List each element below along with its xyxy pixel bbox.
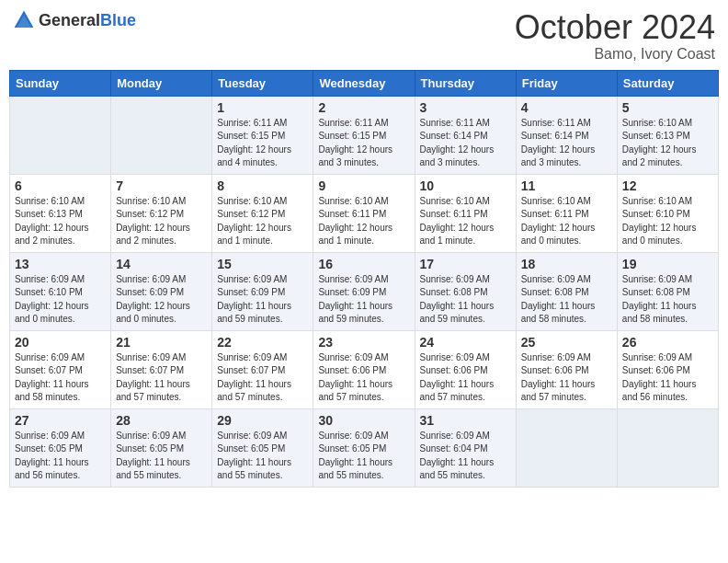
calendar-day-cell: 17Sunrise: 6:09 AM Sunset: 6:08 PM Dayli… bbox=[415, 252, 516, 330]
calendar-day-cell: 8Sunrise: 6:10 AM Sunset: 6:12 PM Daylig… bbox=[212, 174, 313, 252]
day-info: Sunrise: 6:09 AM Sunset: 6:06 PM Dayligh… bbox=[420, 351, 511, 405]
day-number: 15 bbox=[217, 257, 308, 271]
day-info: Sunrise: 6:09 AM Sunset: 6:06 PM Dayligh… bbox=[622, 351, 713, 405]
calendar-day-cell: 3Sunrise: 6:11 AM Sunset: 6:14 PM Daylig… bbox=[415, 96, 516, 174]
day-info: Sunrise: 6:09 AM Sunset: 6:08 PM Dayligh… bbox=[521, 273, 612, 327]
calendar-day-cell: 21Sunrise: 6:09 AM Sunset: 6:07 PM Dayli… bbox=[111, 330, 212, 408]
day-number: 31 bbox=[420, 413, 511, 428]
day-info: Sunrise: 6:11 AM Sunset: 6:15 PM Dayligh… bbox=[217, 117, 308, 170]
calendar-week-row: 27Sunrise: 6:09 AM Sunset: 6:05 PM Dayli… bbox=[10, 408, 719, 487]
calendar-day-cell: 14Sunrise: 6:09 AM Sunset: 6:09 PM Dayli… bbox=[111, 252, 212, 330]
calendar-day-cell: 12Sunrise: 6:10 AM Sunset: 6:10 PM Dayli… bbox=[617, 174, 718, 252]
day-number: 7 bbox=[116, 178, 207, 193]
logo-blue: Blue bbox=[100, 11, 136, 29]
calendar-day-cell: 1Sunrise: 6:11 AM Sunset: 6:15 PM Daylig… bbox=[212, 96, 313, 174]
day-info: Sunrise: 6:09 AM Sunset: 6:08 PM Dayligh… bbox=[420, 273, 511, 327]
day-number: 13 bbox=[15, 257, 106, 271]
calendar-day-cell: 18Sunrise: 6:09 AM Sunset: 6:08 PM Dayli… bbox=[516, 252, 617, 330]
day-info: Sunrise: 6:09 AM Sunset: 6:06 PM Dayligh… bbox=[521, 351, 612, 405]
calendar-table: SundayMondayTuesdayWednesdayThursdayFrid… bbox=[9, 70, 719, 488]
weekday-header-thursday: Thursday bbox=[415, 70, 516, 96]
day-info: Sunrise: 6:11 AM Sunset: 6:14 PM Dayligh… bbox=[420, 117, 511, 170]
day-number: 27 bbox=[15, 413, 106, 428]
calendar-day-cell: 5Sunrise: 6:10 AM Sunset: 6:13 PM Daylig… bbox=[617, 96, 718, 174]
calendar-day-cell bbox=[10, 96, 111, 174]
calendar-day-cell: 25Sunrise: 6:09 AM Sunset: 6:06 PM Dayli… bbox=[516, 330, 617, 408]
calendar-day-cell bbox=[111, 96, 212, 174]
calendar-day-cell bbox=[516, 408, 617, 487]
day-number: 11 bbox=[521, 178, 612, 193]
logo-general: General bbox=[39, 11, 100, 29]
day-number: 1 bbox=[217, 100, 308, 115]
calendar-week-row: 1Sunrise: 6:11 AM Sunset: 6:15 PM Daylig… bbox=[10, 96, 719, 174]
weekday-header-saturday: Saturday bbox=[617, 70, 718, 96]
month-title: October 2024 bbox=[515, 9, 715, 46]
day-info: Sunrise: 6:09 AM Sunset: 6:08 PM Dayligh… bbox=[622, 273, 713, 327]
weekday-header-friday: Friday bbox=[516, 70, 617, 96]
calendar-day-cell: 2Sunrise: 6:11 AM Sunset: 6:15 PM Daylig… bbox=[313, 96, 415, 174]
day-number: 10 bbox=[420, 178, 511, 193]
page-header: GeneralBlue October 2024 Bamo, Ivory Coa… bbox=[9, 9, 719, 63]
calendar-day-cell: 16Sunrise: 6:09 AM Sunset: 6:09 PM Dayli… bbox=[313, 252, 415, 330]
calendar-week-row: 20Sunrise: 6:09 AM Sunset: 6:07 PM Dayli… bbox=[10, 330, 719, 408]
logo: GeneralBlue bbox=[13, 9, 136, 31]
day-info: Sunrise: 6:09 AM Sunset: 6:09 PM Dayligh… bbox=[318, 273, 409, 327]
day-info: Sunrise: 6:10 AM Sunset: 6:12 PM Dayligh… bbox=[217, 195, 308, 248]
day-info: Sunrise: 6:09 AM Sunset: 6:07 PM Dayligh… bbox=[116, 351, 207, 405]
day-info: Sunrise: 6:10 AM Sunset: 6:11 PM Dayligh… bbox=[420, 195, 511, 248]
calendar-day-cell: 24Sunrise: 6:09 AM Sunset: 6:06 PM Dayli… bbox=[415, 330, 516, 408]
day-info: Sunrise: 6:09 AM Sunset: 6:09 PM Dayligh… bbox=[217, 273, 308, 327]
calendar-day-cell: 27Sunrise: 6:09 AM Sunset: 6:05 PM Dayli… bbox=[10, 408, 111, 487]
day-info: Sunrise: 6:11 AM Sunset: 6:15 PM Dayligh… bbox=[318, 117, 409, 170]
day-number: 19 bbox=[622, 257, 713, 271]
day-number: 21 bbox=[116, 335, 207, 350]
day-number: 5 bbox=[622, 100, 713, 115]
calendar-day-cell: 31Sunrise: 6:09 AM Sunset: 6:04 PM Dayli… bbox=[415, 408, 516, 487]
day-number: 23 bbox=[318, 335, 409, 350]
day-number: 4 bbox=[521, 100, 612, 115]
day-number: 22 bbox=[217, 335, 308, 350]
day-number: 28 bbox=[116, 413, 207, 428]
day-info: Sunrise: 6:10 AM Sunset: 6:10 PM Dayligh… bbox=[622, 195, 713, 248]
day-info: Sunrise: 6:09 AM Sunset: 6:05 PM Dayligh… bbox=[116, 430, 207, 483]
calendar-day-cell: 4Sunrise: 6:11 AM Sunset: 6:14 PM Daylig… bbox=[516, 96, 617, 174]
day-info: Sunrise: 6:11 AM Sunset: 6:14 PM Dayligh… bbox=[521, 117, 612, 170]
calendar-day-cell: 28Sunrise: 6:09 AM Sunset: 6:05 PM Dayli… bbox=[111, 408, 212, 487]
day-info: Sunrise: 6:10 AM Sunset: 6:11 PM Dayligh… bbox=[521, 195, 612, 248]
calendar-week-row: 6Sunrise: 6:10 AM Sunset: 6:13 PM Daylig… bbox=[10, 174, 719, 252]
calendar-day-cell: 7Sunrise: 6:10 AM Sunset: 6:12 PM Daylig… bbox=[111, 174, 212, 252]
day-info: Sunrise: 6:09 AM Sunset: 6:04 PM Dayligh… bbox=[420, 430, 511, 483]
calendar-day-cell bbox=[617, 408, 718, 487]
day-number: 2 bbox=[318, 100, 409, 115]
day-number: 25 bbox=[521, 335, 612, 350]
day-info: Sunrise: 6:09 AM Sunset: 6:09 PM Dayligh… bbox=[116, 273, 207, 327]
calendar-day-cell: 11Sunrise: 6:10 AM Sunset: 6:11 PM Dayli… bbox=[516, 174, 617, 252]
day-info: Sunrise: 6:10 AM Sunset: 6:11 PM Dayligh… bbox=[318, 195, 409, 248]
day-info: Sunrise: 6:10 AM Sunset: 6:13 PM Dayligh… bbox=[15, 195, 106, 248]
day-info: Sunrise: 6:09 AM Sunset: 6:10 PM Dayligh… bbox=[15, 273, 106, 327]
calendar-day-cell: 26Sunrise: 6:09 AM Sunset: 6:06 PM Dayli… bbox=[617, 330, 718, 408]
calendar-day-cell: 20Sunrise: 6:09 AM Sunset: 6:07 PM Dayli… bbox=[10, 330, 111, 408]
weekday-header-monday: Monday bbox=[111, 70, 212, 96]
calendar-day-cell: 19Sunrise: 6:09 AM Sunset: 6:08 PM Dayli… bbox=[617, 252, 718, 330]
calendar-day-cell: 15Sunrise: 6:09 AM Sunset: 6:09 PM Dayli… bbox=[212, 252, 313, 330]
day-info: Sunrise: 6:09 AM Sunset: 6:05 PM Dayligh… bbox=[217, 430, 308, 483]
day-info: Sunrise: 6:09 AM Sunset: 6:05 PM Dayligh… bbox=[318, 430, 409, 483]
day-info: Sunrise: 6:10 AM Sunset: 6:13 PM Dayligh… bbox=[622, 117, 713, 170]
day-info: Sunrise: 6:09 AM Sunset: 6:05 PM Dayligh… bbox=[15, 430, 106, 483]
day-number: 26 bbox=[622, 335, 713, 350]
day-number: 16 bbox=[318, 257, 409, 271]
calendar-week-row: 13Sunrise: 6:09 AM Sunset: 6:10 PM Dayli… bbox=[10, 252, 719, 330]
calendar-day-cell: 30Sunrise: 6:09 AM Sunset: 6:05 PM Dayli… bbox=[313, 408, 415, 487]
day-number: 30 bbox=[318, 413, 409, 428]
day-info: Sunrise: 6:09 AM Sunset: 6:06 PM Dayligh… bbox=[318, 351, 409, 405]
calendar-day-cell: 22Sunrise: 6:09 AM Sunset: 6:07 PM Dayli… bbox=[212, 330, 313, 408]
weekday-header-row: SundayMondayTuesdayWednesdayThursdayFrid… bbox=[10, 70, 719, 96]
day-number: 12 bbox=[622, 178, 713, 193]
calendar-day-cell: 23Sunrise: 6:09 AM Sunset: 6:06 PM Dayli… bbox=[313, 330, 415, 408]
day-number: 24 bbox=[420, 335, 511, 350]
title-area: October 2024 Bamo, Ivory Coast bbox=[515, 9, 715, 63]
day-info: Sunrise: 6:09 AM Sunset: 6:07 PM Dayligh… bbox=[15, 351, 106, 405]
day-number: 29 bbox=[217, 413, 308, 428]
day-number: 6 bbox=[15, 178, 106, 193]
